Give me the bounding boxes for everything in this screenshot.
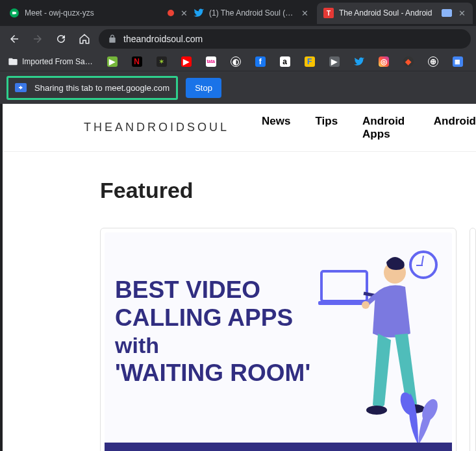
tas-icon: T (323, 8, 334, 18)
lock-icon (108, 34, 117, 43)
bookmark-icon-grid[interactable]: ▦ (450, 55, 466, 68)
browser-toolbar: theandroidsoul.com (0, 26, 476, 52)
bookmark-icon-flipkart[interactable]: F (302, 55, 318, 68)
close-icon[interactable]: ✕ (457, 8, 466, 18)
article-card-next[interactable] (470, 228, 476, 451)
tab-title: (1) The Android Soul (@TheAn (209, 8, 295, 18)
featured-heading: Featured (100, 178, 476, 203)
share-bar: Sharing this tab to meet.google.com Stop (0, 71, 476, 104)
svg-point-6 (366, 406, 387, 415)
bookmark-icon-brave[interactable]: ◆ (401, 55, 416, 68)
flipkart-icon: F (305, 56, 315, 67)
card-row: BEST VIDEO CALLING APPS with 'WAITING RO… (100, 228, 476, 451)
svg-point-5 (362, 301, 370, 309)
grid-icon: ▦ (453, 56, 463, 67)
facebook-icon: f (255, 56, 266, 67)
nav-tips[interactable]: Tips (315, 115, 338, 141)
address-bar[interactable]: theandroidsoul.com (99, 29, 471, 49)
back-button[interactable] (5, 30, 23, 48)
site-logo[interactable]: THEANDROIDSOUL (84, 121, 229, 134)
amazon-icon: a (280, 56, 290, 67)
meet-icon (9, 8, 19, 18)
globe-icon: ◐ (231, 56, 241, 67)
bookmark-folder[interactable]: Imported From Sa… (5, 55, 95, 68)
screen-share-icon (15, 83, 27, 92)
bookmark-icon-instagram[interactable]: ◎ (376, 55, 392, 68)
record-icon (168, 10, 174, 16)
bookmark-icon-grey[interactable]: ▶ (327, 55, 342, 68)
bookmark-icon-facebook[interactable]: f (253, 55, 268, 68)
twitter-icon (354, 56, 364, 67)
tab-title: The Android Soul - Android (339, 8, 436, 18)
youtube-icon: ▶ (181, 56, 192, 67)
brave-icon: ◆ (403, 56, 414, 67)
netflix-icon: N (132, 56, 142, 67)
bookmark-icon-netflix[interactable]: N (129, 55, 145, 68)
close-icon[interactable]: ✕ (300, 8, 309, 18)
site-nav: News Tips Android Apps Android (262, 115, 476, 141)
bookmark-icon-xda[interactable]: ✶ (154, 55, 169, 68)
home-button[interactable] (75, 30, 94, 48)
bookmark-label: Imported From Sa… (22, 57, 93, 66)
article-artwork: BEST VIDEO CALLING APPS with 'WAITING RO… (105, 232, 452, 451)
xda-icon: ✶ (157, 56, 167, 67)
tatasky-icon: tata (206, 56, 216, 67)
reload-button[interactable] (52, 30, 70, 48)
svg-point-9 (420, 396, 441, 423)
svg-rect-1 (321, 271, 367, 301)
bookmark-icon-twitter[interactable] (351, 55, 367, 68)
web-icon: ⊕ (428, 56, 438, 67)
tab-androidsoul[interactable]: T The Android Soul - Android ✕ (317, 3, 473, 24)
article-card[interactable]: BEST VIDEO CALLING APPS with 'WAITING RO… (100, 228, 457, 451)
grey-icon: ▶ (329, 56, 340, 67)
page-viewport: THEANDROIDSOUL News Tips Android Apps An… (0, 104, 476, 451)
bookmarks-bar: Imported From Sa… ▶ N ✶ ▶ tata ◐ f a F ▶… (0, 52, 476, 71)
nav-android[interactable]: Android (434, 115, 476, 141)
tab-twitter[interactable]: ✕ (1) The Android Soul (@TheAn ✕ (160, 3, 316, 24)
page-body: Featured BEST VIDEO CALLING APPS with 'W… (3, 152, 476, 451)
url-text: theandroidsoul.com (123, 34, 203, 44)
play-green-icon: ▶ (107, 56, 118, 67)
share-highlight: Sharing this tab to meet.google.com (6, 76, 178, 100)
screen-share-icon (442, 9, 452, 17)
art-bottom-bar (105, 443, 452, 451)
stop-button[interactable]: Stop (186, 78, 221, 98)
bookmark-icon-tatasky[interactable]: tata (203, 55, 219, 68)
tab-strip: Meet - owj-quzx-yzs ✕ (1) The Android So… (0, 0, 476, 26)
tab-title: Meet - owj-quzx-yzs (25, 8, 152, 18)
bookmark-icon-globe[interactable]: ◐ (228, 55, 244, 68)
folder-icon (8, 56, 18, 67)
plant-illustration (392, 374, 444, 451)
site-header: THEANDROIDSOUL News Tips Android Apps An… (3, 104, 476, 152)
share-message: Sharing this tab to meet.google.com (34, 83, 169, 93)
bookmark-icon-web[interactable]: ⊕ (425, 55, 441, 68)
bookmark-icon-rumble[interactable]: ▶ (105, 55, 120, 68)
close-icon[interactable]: ✕ (179, 8, 188, 18)
bookmark-icon-amazon[interactable]: a (277, 55, 293, 68)
forward-button[interactable] (29, 30, 47, 48)
bookmark-icon-youtube[interactable]: ▶ (179, 55, 194, 68)
nav-apps[interactable]: Android Apps (362, 115, 409, 141)
nav-news[interactable]: News (262, 115, 290, 141)
article-art-title: BEST VIDEO CALLING APPS with 'WAITING RO… (115, 276, 336, 387)
tab-meet[interactable]: Meet - owj-quzx-yzs (3, 3, 158, 24)
twitter-icon (194, 8, 204, 18)
instagram-icon: ◎ (379, 56, 389, 67)
